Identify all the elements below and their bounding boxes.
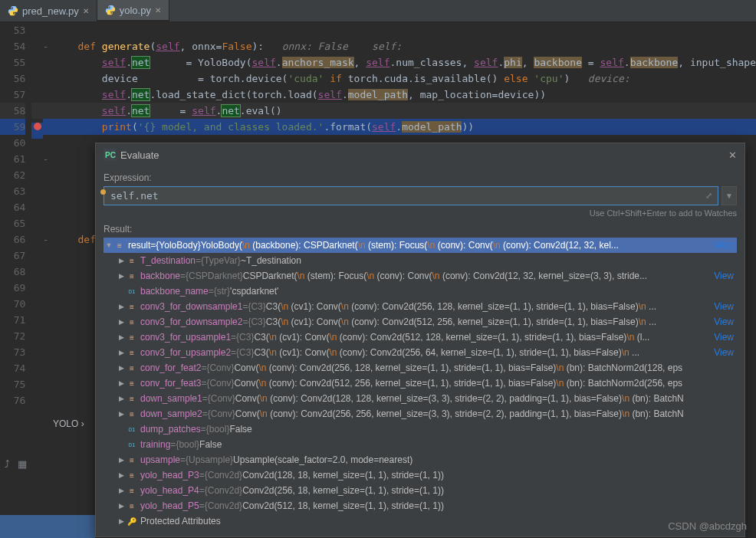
field-icon: ≡ [127, 333, 137, 342]
svg-text:PC: PC [105, 151, 116, 159]
tree-row[interactable]: 01dump_patches = {bool} False [104, 422, 737, 437]
debug-strip [0, 515, 95, 538]
tab-label: pred_new.py [22, 5, 79, 17]
dialog-header[interactable]: PC Evaluate ✕ [96, 143, 744, 166]
chevron-icon[interactable] [116, 517, 127, 525]
tree-row[interactable]: ≡conv3_for_upsample1 = {C3} C3(\n (cv1):… [104, 330, 737, 345]
python-icon [8, 5, 18, 16]
evaluate-dialog: PC Evaluate ✕ Expression: ⤢ ▼ Use Ctrl+S… [95, 143, 745, 537]
tab-label: yolo.py [120, 5, 151, 16]
result-tree[interactable]: ≡result = {YoloBody} YoloBody(\n (backbo… [104, 238, 737, 529]
tool-icons[interactable]: ⤴ ▦ [5, 458, 27, 470]
chevron-icon[interactable] [116, 318, 127, 326]
breadcrumb[interactable]: YOLO › [53, 418, 84, 429]
tree-row[interactable]: ≡conv3_for_downsample2 = {C3} C3(\n (cv1… [104, 314, 737, 330]
chevron-icon[interactable] [116, 303, 127, 310]
chevron-icon[interactable] [116, 471, 127, 479]
python-icon [105, 5, 116, 15]
tree-row[interactable]: ≡down_sample2 = {Conv} Conv(\n (conv): C… [104, 406, 737, 422]
expression-input[interactable] [104, 186, 718, 205]
chevron-icon[interactable] [116, 395, 127, 402]
field-icon: ≡ [127, 272, 137, 280]
modified-dot-icon [100, 189, 106, 195]
tab-pred_new-py[interactable]: pred_new.py✕ [0, 0, 97, 21]
tab-yolo-py[interactable]: yolo.py✕ [97, 0, 169, 21]
view-link[interactable]: View [714, 301, 737, 312]
tree-row[interactable]: ≡conv3_for_upsample2 = {C3} C3(\n (cv1):… [104, 345, 737, 360]
close-icon[interactable]: ✕ [155, 6, 161, 15]
field-icon: ≡ [127, 502, 137, 510]
chevron-icon[interactable] [116, 333, 127, 341]
tree-row[interactable]: 🔑Protected Attributes [104, 513, 737, 529]
tree-row[interactable]: ≡conv_for_feat2 = {Conv} Conv(\n (conv):… [104, 360, 737, 376]
tree-row[interactable]: ≡backbone = {CSPDarknet} CSPDarknet(\n (… [104, 268, 737, 284]
fold-column[interactable]: --- [43, 22, 54, 412]
tree-row[interactable]: ≡result = {YoloBody} YoloBody(\n (backbo… [104, 238, 737, 253]
key-icon: 🔑 [127, 517, 137, 526]
field-icon: ≡ [127, 364, 137, 372]
chevron-icon[interactable] [104, 241, 114, 249]
view-link[interactable]: View [714, 332, 737, 343]
chevron-icon[interactable] [116, 379, 127, 387]
history-dropdown[interactable]: ▼ [721, 186, 737, 205]
tree-row[interactable]: ≡yolo_head_P4 = {Conv2d} Conv2d(256, 18,… [104, 483, 737, 498]
chevron-icon[interactable] [116, 456, 127, 464]
field-icon: ≡ [127, 379, 137, 388]
tree-row[interactable]: ≡yolo_head_P3 = {Conv2d} Conv2d(128, 18,… [104, 467, 737, 483]
tree-row[interactable]: 01training = {bool} False [104, 437, 737, 452]
watermark: CSDN @abcdzgh [668, 520, 747, 532]
tree-row[interactable]: ≡upsample = {Upsample} Upsample(scale_fa… [104, 452, 737, 467]
line-gutter: 5354555657585960616263646566676869707172… [0, 22, 31, 412]
field-icon: ≡ [127, 349, 137, 357]
expand-icon[interactable]: ⤢ [705, 191, 712, 201]
field-icon: ≡ [127, 471, 137, 480]
view-link[interactable]: View [714, 347, 737, 358]
tree-row[interactable]: ≡T_destination = {TypeVar} ~T_destinatio… [104, 253, 737, 268]
field-icon: ≡ [127, 257, 137, 265]
tree-row[interactable]: 01backbone_name = {str} 'cspdarknet' [104, 284, 737, 299]
breakpoint-icon[interactable] [34, 123, 41, 130]
chevron-icon[interactable] [116, 257, 127, 264]
view-link[interactable]: View [714, 240, 737, 251]
tree-row[interactable]: ≡yolo_head_P5 = {Conv2d} Conv2d(512, 18,… [104, 498, 737, 513]
close-icon[interactable]: ✕ [728, 149, 737, 161]
app-icon: PC [104, 149, 116, 161]
table-icon[interactable]: ▦ [18, 458, 27, 470]
result-label: Result: [104, 224, 737, 235]
tree-row[interactable]: ≡conv_for_feat3 = {Conv} Conv(\n (conv):… [104, 376, 737, 391]
field-icon: ≡ [127, 410, 137, 418]
view-link[interactable]: View [714, 271, 737, 281]
dialog-title: Evaluate [120, 149, 724, 161]
variables-icon[interactable]: ⤴ [5, 458, 10, 470]
field-icon: ≡ [114, 241, 125, 250]
primitive-icon: 01 [127, 426, 137, 433]
field-icon: ≡ [127, 487, 137, 495]
field-icon: ≡ [127, 303, 137, 311]
primitive-icon: 01 [127, 441, 137, 448]
chevron-icon[interactable] [116, 410, 127, 418]
expression-label: Expression: [104, 172, 737, 183]
field-icon: ≡ [127, 318, 137, 326]
breakpoint-column[interactable] [31, 22, 42, 412]
editor-tabs: pred_new.py✕yolo.py✕ [0, 0, 756, 22]
chevron-icon[interactable] [116, 349, 127, 356]
field-icon: ≡ [127, 395, 137, 403]
close-icon[interactable]: ✕ [83, 7, 89, 15]
primitive-icon: 01 [127, 288, 137, 295]
tree-row[interactable]: ≡down_sample1 = {Conv} Conv(\n (conv): C… [104, 391, 737, 406]
view-link[interactable]: View [714, 317, 737, 327]
field-icon: ≡ [127, 456, 137, 464]
chevron-icon[interactable] [116, 364, 127, 372]
chevron-icon[interactable] [116, 502, 127, 510]
tree-row[interactable]: ≡conv3_for_downsample1 = {C3} C3(\n (cv1… [104, 299, 737, 314]
hint-text: Use Ctrl+Shift+Enter to add to Watches [104, 208, 737, 218]
chevron-icon[interactable] [116, 487, 127, 494]
chevron-icon[interactable] [116, 272, 127, 280]
